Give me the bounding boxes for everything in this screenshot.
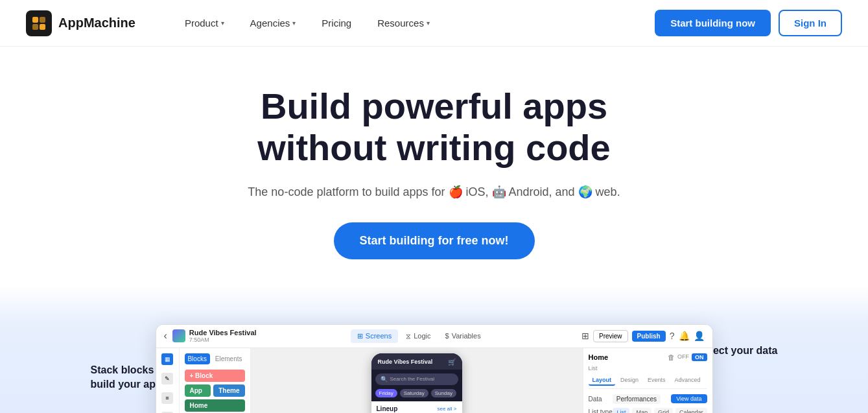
sidebar-blocks-icon[interactable]: ▦: [161, 353, 173, 365]
hero-section: Build powerful apps without writing code…: [0, 47, 868, 285]
panel-tab-elements[interactable]: Elements: [213, 353, 245, 364]
left-sidebar: ▦ ✎ ≡ 📁: [156, 348, 180, 413]
app-block[interactable]: App: [185, 384, 211, 397]
nav-resources[interactable]: Resources ▾: [367, 12, 440, 34]
phone-search[interactable]: 🔍 Search the Festival: [375, 373, 458, 385]
hero-cta-button[interactable]: Start building for free now!: [334, 222, 535, 259]
sidebar-edit-icon[interactable]: ✎: [161, 373, 173, 384]
preview-section: Stack blocks tobuild your app! ↘ Connect…: [0, 285, 868, 413]
phone-preview: Rude Vibes Festival 🛒 🔍 Search the Festi…: [251, 348, 583, 413]
notification-icon[interactable]: 🔔: [679, 331, 690, 341]
see-all-link[interactable]: see all >: [437, 406, 456, 412]
nav-actions: Start building now Sign In: [655, 10, 842, 36]
chevron-down-icon: ▾: [221, 19, 224, 27]
logo[interactable]: AppMachine: [26, 10, 135, 36]
mockup-body: ▦ ✎ ≡ 📁 Blocks Elements +: [156, 348, 712, 413]
help-icon[interactable]: ?: [670, 331, 675, 341]
brand-name: AppMachine: [58, 16, 135, 30]
phone-content: Lineup see all >: [371, 401, 462, 413]
start-building-button[interactable]: Start building now: [655, 10, 771, 36]
chevron-down-icon: ▾: [427, 19, 430, 27]
list-type-list[interactable]: List: [613, 408, 629, 413]
list-type-map[interactable]: Map: [632, 408, 651, 413]
list-type-options: List Map Grid Calendar: [613, 408, 707, 413]
tab-screens[interactable]: ⊞ Screens: [351, 329, 398, 343]
nav-product[interactable]: Product ▾: [174, 12, 235, 34]
chip-friday[interactable]: Friday: [375, 389, 397, 397]
tab-variables[interactable]: $ Variables: [439, 329, 487, 342]
prop-tab-events[interactable]: Events: [644, 375, 670, 386]
prop-tab-advanced[interactable]: Advanced: [671, 375, 705, 386]
theme-block[interactable]: Theme: [213, 384, 244, 397]
logic-icon: ⧖: [406, 332, 411, 340]
editor-tabs: ⊞ Screens ⧖ Logic $ Variables: [262, 329, 576, 343]
svg-rect-0: [32, 17, 38, 23]
prop-tab-design[interactable]: Design: [616, 375, 642, 386]
logo-icon: [26, 10, 52, 36]
chip-sunday[interactable]: Sunday: [431, 389, 456, 397]
panel-tab-blocks[interactable]: Blocks: [185, 353, 210, 364]
on-button[interactable]: ON: [692, 353, 707, 361]
nav-links: Product ▾ Agencies ▾ Pricing Resources ▾: [174, 12, 655, 34]
properties-panel: Home 🗑 OFF ON List Layout Design: [583, 348, 712, 413]
add-block[interactable]: + Block: [185, 370, 245, 382]
phone-screen: Rude Vibes Festival 🛒 🔍 Search the Festi…: [371, 353, 462, 413]
phone-header: Rude Vibes Festival 🛒: [371, 353, 462, 370]
phone-cart-icon: 🛒: [448, 359, 456, 366]
prop-tabs: Layout Design Events Advanced: [589, 375, 707, 389]
chip-saturday[interactable]: Saturday: [400, 389, 428, 397]
svg-rect-3: [40, 24, 45, 30]
panel-tabs: Blocks Elements: [185, 353, 245, 364]
prop-badge: 🗑 OFF ON: [668, 353, 707, 361]
nav-agencies[interactable]: Agencies ▾: [240, 12, 307, 34]
list-type-row: List type List Map Grid Calendar: [589, 408, 707, 413]
app-mockup: ‹ Rude Vibes Festival 7:50AM: [156, 324, 713, 413]
sidebar-layers-icon[interactable]: ≡: [161, 392, 173, 404]
hero-subtitle: The no-code platform to build apps for 🍎…: [13, 185, 855, 199]
toolbar-right-actions: ⊞ Preview Publish ? 🔔 👤: [581, 330, 705, 342]
preview-button[interactable]: Preview: [593, 330, 628, 342]
nav-pricing[interactable]: Pricing: [311, 12, 362, 34]
blocks-panel: Blocks Elements + Block App Theme Home T…: [180, 348, 251, 413]
screens-icon: ⊞: [357, 332, 363, 340]
chevron-down-icon: ▾: [292, 19, 296, 27]
list-type-calendar[interactable]: Calendar: [675, 408, 707, 413]
home-block[interactable]: Home: [185, 399, 245, 412]
back-button[interactable]: ‹: [164, 330, 167, 342]
view-data-button[interactable]: View data: [671, 394, 707, 403]
hero-title: Build powerful apps without writing code: [13, 86, 855, 169]
prop-tab-layout[interactable]: Layout: [589, 375, 616, 386]
grid-icon[interactable]: ⊞: [581, 331, 589, 341]
phone-search-icon: 🔍: [381, 376, 388, 383]
trash-icon[interactable]: 🗑: [668, 353, 675, 361]
svg-rect-1: [40, 17, 45, 23]
user-icon[interactable]: 👤: [694, 331, 705, 341]
publish-button[interactable]: Publish: [632, 331, 666, 342]
list-type-grid[interactable]: Grid: [654, 408, 673, 413]
navbar: AppMachine Product ▾ Agencies ▾ Pricing …: [0, 0, 868, 47]
app-mockup-container: ‹ Rude Vibes Festival 7:50AM: [143, 324, 726, 413]
tab-logic[interactable]: ⧖ Logic: [399, 329, 437, 343]
app-icon: [172, 329, 185, 342]
mockup-toolbar: ‹ Rude Vibes Festival 7:50AM: [156, 325, 712, 348]
off-label: OFF: [677, 353, 689, 361]
prop-header: Home 🗑 OFF ON: [589, 353, 707, 361]
sign-in-button[interactable]: Sign In: [779, 10, 842, 36]
mockup-app-name: Rude Vibes Festival 7:50AM: [172, 329, 257, 343]
svg-rect-2: [32, 24, 38, 30]
phone-chips: Friday Saturday Sunday: [371, 389, 462, 401]
variables-icon: $: [445, 332, 449, 340]
data-row: Data Performances View data: [589, 394, 707, 404]
